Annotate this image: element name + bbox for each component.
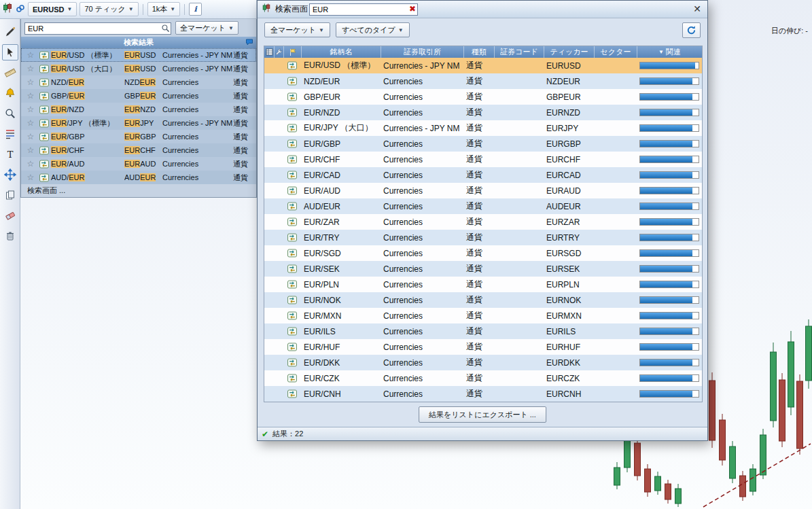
currency-pair-icon (39, 173, 49, 182)
favorite-star-icon[interactable]: ☆ (24, 173, 37, 182)
close-icon[interactable]: ✕ (693, 3, 701, 14)
favorite-star-icon[interactable]: ☆ (24, 105, 37, 114)
watchlist-row[interactable]: ☆EUR/GBPEURGBPCurrencies通貨 (21, 130, 256, 143)
search-match-highlight: EUR (124, 119, 140, 127)
candlestick (740, 471, 746, 501)
ruler-tool-icon[interactable] (2, 65, 18, 81)
result-row[interactable]: EUR/CHFCurrencies通貨EURCHF (264, 152, 702, 167)
dialog-titlebar[interactable]: 検索画面 ✖ ✕ (258, 1, 707, 18)
trash-tool-icon[interactable] (2, 228, 18, 244)
symbol-label: EUR/USD （大口） (51, 64, 124, 74)
result-row[interactable]: EUR/PLNCurrencies通貨EURPLN (264, 277, 702, 292)
copy-tool-icon[interactable] (2, 187, 18, 203)
currency-pair-icon (39, 146, 49, 155)
watchlist-row[interactable]: ☆EUR/USD （大口）EURUSDCurrencies - JPY NM通貨 (21, 62, 256, 75)
watchlist-row[interactable]: ☆EUR/JPY （標準）EURJPYCurrencies - JPY NM通貨 (21, 116, 256, 130)
refresh-button[interactable] (682, 22, 701, 38)
panel-hint-icon[interactable] (245, 38, 253, 48)
alarm-tool-icon[interactable] (2, 85, 18, 101)
wrench-column-icon[interactable] (274, 46, 283, 58)
pencil-tool-icon[interactable] (2, 24, 18, 40)
result-row[interactable]: EUR/AUDCurrencies通貨EURAUD (264, 183, 702, 198)
result-row[interactable]: EUR/ILSCurrencies通貨EURILS (264, 323, 702, 339)
code-label: AUDEUR (124, 173, 162, 181)
result-row[interactable]: EUR/MXNCurrencies通貨EURMXN (264, 308, 702, 323)
result-row[interactable]: EUR/SEKCurrencies通貨EURSEK (264, 261, 702, 277)
result-row[interactable]: EUR/DKKCurrencies通貨EURDKK (264, 355, 702, 370)
favorite-star-icon[interactable]: ☆ (24, 145, 37, 155)
favorite-star-icon[interactable]: ☆ (24, 50, 37, 60)
result-row[interactable]: EUR/ZARCurrencies通貨EURZAR (264, 214, 702, 230)
favorite-star-icon[interactable]: ☆ (24, 159, 37, 169)
favorite-star-icon[interactable]: ☆ (24, 132, 37, 141)
result-row[interactable]: GBP/EURCurrencies通貨GBPEUR (264, 89, 702, 105)
result-row[interactable]: EUR/CZKCurrencies通貨EURCZK (264, 370, 702, 386)
favorite-star-icon[interactable]: ☆ (24, 118, 37, 128)
result-relevance (637, 374, 702, 382)
result-exchange: Currencies (381, 139, 463, 149)
result-row[interactable]: EUR/NOKCurrencies通貨EURNOK (264, 292, 702, 308)
currency-pair-icon (287, 389, 297, 398)
result-exchange: Currencies (381, 202, 463, 211)
result-row[interactable]: EUR/SGDCurrencies通貨EURSGD (264, 245, 702, 261)
result-row[interactable]: EUR/HUFCurrencies通貨EURHUF (264, 339, 702, 355)
link-group-icon[interactable] (16, 3, 25, 16)
favorite-star-icon[interactable]: ☆ (24, 64, 37, 73)
result-type: 通貨 (463, 91, 494, 103)
result-row[interactable]: EUR/GBPCurrencies通貨EURGBP (264, 136, 702, 152)
eraser-tool-icon[interactable] (2, 207, 18, 224)
col-ticker[interactable]: ティッカー (544, 46, 594, 58)
open-search-screen-link[interactable]: 検索画面 ... (21, 184, 256, 197)
col-sector[interactable]: セクター (594, 46, 637, 58)
type-label: 通貨 (233, 64, 256, 74)
result-row[interactable]: EUR/TRYCurrencies通貨EURTRY (264, 230, 702, 245)
zoom-tool-icon[interactable] (2, 105, 18, 122)
result-name: EUR/HUF (301, 343, 381, 352)
interval-dropdown[interactable]: 70 ティック▼ (80, 2, 138, 16)
bars-dropdown[interactable]: 1k本▼ (147, 2, 181, 16)
cursor-tool-icon[interactable] (2, 44, 18, 60)
symbol-label: NZD/EUR (51, 78, 124, 86)
move-tool-icon[interactable] (2, 166, 18, 183)
watchlist-row[interactable]: ☆EUR/CHFEURCHFCurrencies通貨 (21, 143, 256, 157)
currency-pair-icon (39, 78, 49, 87)
market-filter-dropdown[interactable]: 全マーケット▼ (175, 21, 239, 35)
watchlist-row[interactable]: ☆NZD/EURNZDEURCurrencies通貨 (21, 75, 256, 89)
col-related[interactable]: ▼関連 (637, 46, 702, 58)
symbol-dropdown[interactable]: EURUSD▼ (28, 2, 77, 16)
info-button[interactable]: i (189, 3, 202, 16)
result-row[interactable]: EUR/CADCurrencies通貨EURCAD (264, 167, 702, 183)
panel-header: 検索結果 (21, 37, 256, 48)
currency-pair-icon (39, 133, 49, 141)
watchlist-row[interactable]: ☆EUR/AUDEURAUDCurrencies通貨 (21, 157, 256, 171)
favorite-star-icon[interactable]: ☆ (24, 91, 37, 101)
type-filter-dropdown[interactable]: すべてのタイプ▼ (336, 22, 410, 37)
col-code[interactable]: 証券コード (494, 46, 544, 58)
result-relevance (637, 234, 702, 241)
col-name[interactable]: 銘柄名 (301, 46, 381, 58)
result-row[interactable]: EUR/JPY （大口）Currencies - JPY NM通貨EURJPY (264, 120, 702, 136)
export-results-button[interactable]: 結果をリストにエクスポート ... (419, 406, 546, 423)
result-row[interactable]: EUR/USD （標準）Currencies - JPY NM通貨EURUSD (264, 58, 702, 73)
fibonacci-tool-icon[interactable] (2, 126, 18, 142)
dialog-search-input[interactable] (309, 3, 418, 16)
result-row[interactable]: AUD/EURCurrencies通貨AUDEUR (264, 198, 702, 214)
watchlist: ☆EUR/USD （標準）EURUSDCurrencies - JPY NM通貨… (21, 48, 256, 184)
text-tool-icon[interactable]: T (2, 146, 18, 162)
watchlist-row[interactable]: ☆EUR/NZDEURNZDCurrencies通貨 (21, 103, 256, 116)
result-row[interactable]: EUR/NZDCurrencies通貨EURNZD (264, 105, 702, 120)
row-details-column-icon[interactable] (264, 46, 274, 58)
result-row[interactable]: EUR/CNHCurrencies通貨EURCNH (264, 386, 702, 402)
watchlist-row[interactable]: ☆GBP/EURGBPEURCurrencies通貨 (21, 89, 256, 103)
result-relevance (637, 93, 702, 101)
col-type[interactable]: 種類 (463, 46, 494, 58)
watchlist-row[interactable]: ☆AUD/EURAUDEURCurrencies通貨 (21, 171, 256, 184)
flag-column-icon[interactable] (283, 46, 301, 58)
col-exchange[interactable]: 証券取引所 (381, 46, 463, 58)
result-row[interactable]: NZD/EURCurrencies通貨NZDEUR (264, 73, 702, 89)
favorite-star-icon[interactable]: ☆ (24, 77, 37, 87)
watchlist-row[interactable]: ☆EUR/USD （標準）EURUSDCurrencies - JPY NM通貨 (21, 48, 256, 62)
market-filter-dropdown[interactable]: 全マーケット▼ (264, 22, 330, 37)
search-input[interactable] (24, 22, 171, 35)
clear-search-icon[interactable]: ✖ (409, 3, 416, 14)
